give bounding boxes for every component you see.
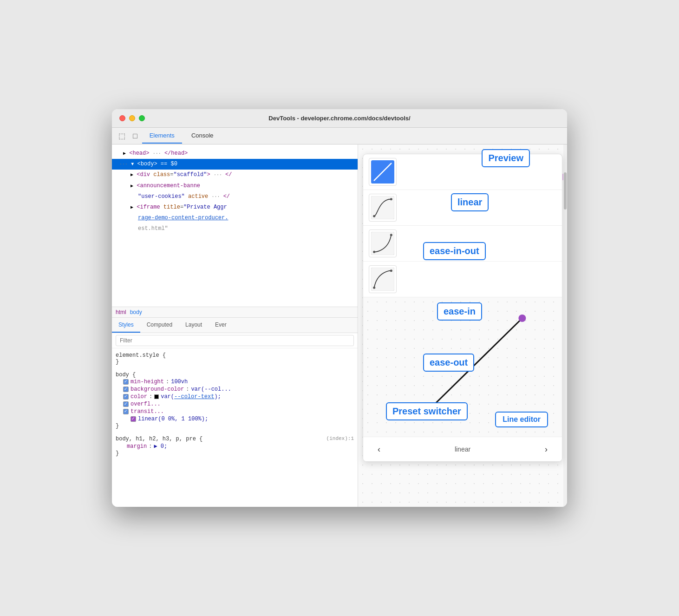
linear-curve-svg: [371, 160, 394, 183]
svg-point-12: [518, 315, 526, 322]
scrollbar[interactable]: [563, 144, 567, 507]
svg-point-3: [373, 215, 375, 217]
preview-label: Preview: [482, 149, 530, 167]
css-background-color: background-color: var(--col...: [116, 386, 354, 393]
css-checkbox-min-height[interactable]: [123, 379, 129, 385]
main-content: ▶ <head> ··· </head> ··· ▼ <body> == $0 …: [112, 144, 567, 507]
body-h1-rule: body, h1, h2, h3, p, pre { (index):1 mar…: [112, 434, 358, 459]
traffic-lights: [119, 115, 145, 121]
preset-thumbnail-ease-in: [369, 229, 397, 257]
body-rule: body { min-height: 100vh background-colo…: [112, 370, 358, 431]
preset-linear[interactable]: [363, 154, 562, 190]
css-color: color: var(--color-text);: [116, 393, 354, 400]
css-checkbox-overflow[interactable]: [123, 401, 129, 407]
ease-out-svg: [371, 268, 394, 291]
preset-thumbnail-linear: [369, 158, 397, 186]
tab-event-listeners[interactable]: Ever: [209, 318, 233, 333]
easing-bottom-nav: ‹ linear ›: [363, 437, 562, 461]
element-style-rule: element.style { }: [112, 350, 358, 367]
devtools-top-tabs: ⬚ □ Elements Console: [112, 128, 567, 144]
presets-list: [363, 154, 562, 297]
minimize-button[interactable]: [129, 115, 135, 121]
close-button[interactable]: [119, 115, 125, 121]
css-checkbox-linear[interactable]: [131, 416, 136, 422]
dom-line[interactable]: ▶ <head> ··· </head>: [112, 148, 358, 159]
ease-in-out-svg: [371, 196, 394, 219]
line-editor-label: Line editor: [495, 412, 548, 427]
tab-console[interactable]: Console: [184, 128, 221, 144]
dom-line-iframe[interactable]: ▶ <iframe title="Private Aggr: [112, 202, 358, 213]
preset-thumbnail-ease-in-out: [369, 194, 397, 222]
devtools-window: DevTools - developer.chrome.com/docs/dev…: [112, 109, 567, 507]
device-icon[interactable]: □: [130, 128, 140, 144]
styles-filter: [112, 333, 358, 348]
right-panel: Line editor ‹ linear › Preview linear ea…: [358, 144, 567, 507]
preset-ease-out[interactable]: [363, 262, 562, 297]
inspect-icon[interactable]: ⬚: [116, 128, 128, 144]
ease-in-label: ease-in: [437, 302, 482, 321]
css-rules: element.style { } body { min-height: 100…: [112, 348, 358, 507]
css-overflow: overfl...: [116, 400, 354, 408]
dom-line-user-cookies[interactable]: "user-cookies" active ··· </: [112, 191, 358, 202]
color-swatch[interactable]: [154, 394, 159, 399]
preset-switcher-label: Preset switcher: [386, 402, 468, 420]
nav-current-label: linear: [455, 446, 470, 453]
dom-line-url[interactable]: rage-demo-content-producer.: [112, 213, 358, 223]
breadcrumb-html[interactable]: html: [116, 309, 126, 315]
svg-point-10: [390, 269, 392, 272]
window-title: DevTools - developer.chrome.com/docs/dev…: [268, 115, 410, 122]
preset-thumbnail-ease-out: [369, 265, 397, 293]
css-checkbox-color[interactable]: [123, 394, 129, 400]
tab-elements[interactable]: Elements: [142, 128, 182, 144]
ease-in-svg: [371, 232, 394, 255]
css-linear: linear(0 0%, 1 100%);: [116, 415, 354, 423]
css-margin: margin: ▶ 0;: [116, 442, 354, 450]
styles-tabs: Styles Computed Layout Ever: [112, 318, 358, 333]
svg-point-6: [373, 251, 375, 253]
tab-computed[interactable]: Computed: [140, 318, 179, 333]
scrollbar-thumb[interactable]: [564, 172, 567, 210]
dom-line-announcement[interactable]: ▶ <announcement-banne: [112, 181, 358, 191]
css-checkbox-transition[interactable]: [123, 409, 129, 414]
dom-line-body[interactable]: ··· ▼ <body> == $0: [112, 159, 358, 170]
svg-point-4: [390, 198, 392, 200]
nav-prev-button[interactable]: ‹: [372, 443, 385, 456]
css-checkbox-bg[interactable]: [123, 387, 129, 392]
ease-in-out-label: ease-in-out: [423, 242, 486, 260]
css-transition: transit...: [116, 408, 354, 415]
maximize-button[interactable]: [139, 115, 145, 121]
titlebar: DevTools - developer.chrome.com/docs/dev…: [112, 109, 567, 128]
svg-point-9: [373, 287, 375, 289]
breadcrumb: html body: [112, 307, 358, 318]
tab-styles[interactable]: Styles: [112, 318, 140, 333]
tab-layout[interactable]: Layout: [179, 318, 209, 333]
dom-line-est[interactable]: est.html": [112, 223, 358, 234]
linear-label: linear: [451, 193, 489, 211]
filter-input[interactable]: [116, 335, 354, 346]
breadcrumb-body[interactable]: body: [130, 309, 142, 315]
css-min-height: min-height: 100vh: [116, 378, 354, 386]
dom-line-scaffold[interactable]: ▶ <div class="scaffold"> ··· </: [112, 170, 358, 180]
left-panel: ▶ <head> ··· </head> ··· ▼ <body> == $0 …: [112, 144, 358, 507]
nav-next-button[interactable]: ›: [540, 443, 553, 456]
ease-out-label: ease-out: [423, 354, 474, 372]
dom-tree: ▶ <head> ··· </head> ··· ▼ <body> == $0 …: [112, 144, 358, 307]
source-link[interactable]: (index):1: [326, 436, 354, 442]
svg-point-7: [390, 234, 392, 236]
